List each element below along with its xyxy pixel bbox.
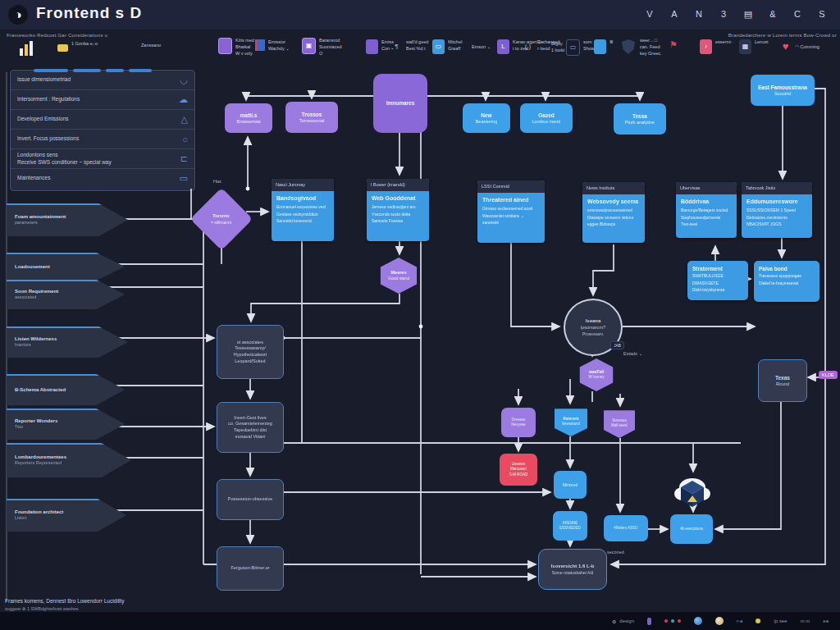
card-line: sanetsini (482, 219, 541, 226)
process-node-3[interactable]: Possession-obsessive (217, 479, 284, 520)
card-header: I Bower (imandd) (367, 179, 429, 191)
node-label: Mall seed (604, 423, 635, 428)
cluster-purple-square[interactable]: Dresses Nevysse (501, 408, 536, 437)
cube-3d-icon[interactable] (673, 474, 712, 510)
cluster-blue-wide-1[interactable]: 4Refers ASSO (604, 515, 648, 541)
card-line: Stephouseedjurtsents (681, 214, 733, 221)
node-label: Newsstand (555, 422, 587, 427)
mini-card-left[interactable]: Stratorment SWATBULUSGE DWASVGETE Diski … (687, 261, 748, 300)
node-label: Some rotatusbahet Ald (552, 570, 594, 576)
node-label: Toronto (211, 213, 231, 220)
mini-card-right[interactable]: Palva bond Travavace spoppoogas Diakel t… (754, 261, 819, 302)
card-title: Eddumusereswore (746, 199, 808, 204)
node-label: W homey (578, 375, 614, 380)
flow-card-3[interactable]: LSSI Commid Threatered ained Gimaso seds… (477, 180, 545, 243)
card-line: Gimaso sedsessemed aceti (482, 205, 541, 212)
process-node-1[interactable]: st associates Tessessasamy/ Hypothetical… (217, 325, 284, 379)
card-line: SWATBULUSGE DWASVGETE (692, 272, 743, 286)
node-label: Tapedoebint dist (234, 427, 267, 434)
card-line: Sanedoti kovecenci (276, 217, 330, 225)
node-label: st associates (237, 340, 263, 346)
flow-node-purple-2[interactable]: Trossos Tomassonial (285, 102, 338, 133)
node-label: Lumbus mend (532, 119, 561, 126)
cluster-blue-wide-2[interactable]: 4b executions (670, 514, 713, 544)
node-label: Hypotheticalwort (234, 352, 267, 358)
node-label: Round (776, 381, 789, 388)
cluster-red-square[interactable]: Lissetes Marcused S-M ROAD (500, 454, 537, 486)
estado-label[interactable]: Estado ⌄ (623, 351, 642, 356)
process-node-2[interactable]: Invert-Gest lives co. Gesamtelementeg Ta… (217, 402, 284, 453)
card-title: Palva bond (759, 265, 815, 272)
flow-node-topright[interactable]: East Famousstrana Scoutrid (751, 75, 815, 106)
node-label: 4b executions (680, 527, 703, 532)
app-window: ◑ Frontend s D V A N 3 ▤ & C S Framework… (0, 0, 840, 630)
node-label: Gazed (538, 112, 555, 119)
card-title: Web Gooddenat (372, 195, 425, 201)
process-node-4[interactable]: Ferguson-Bittner.er (217, 546, 284, 591)
banner-label: B-Schema Abstracted (15, 386, 103, 393)
banner-label: Reporter Wonders (15, 418, 103, 424)
flow-node-purple-1[interactable]: matti.s Browserstat (225, 103, 272, 133)
node-label: Beantering (476, 119, 498, 126)
card-line: Emmanuel excessives vezi (276, 203, 330, 211)
flow-node-bottom[interactable]: Isoversicht 1.6 L-b Some rotatusbahet Al… (538, 549, 607, 590)
cluster-mirror-node[interactable]: Mirrored (554, 471, 587, 499)
flow-card-5[interactable]: Ubervisas Böddrivaa Bamorge/Betagest soc… (676, 182, 737, 238)
card-title: Websovedy seems (587, 199, 641, 204)
card-line: Yseconds socio delta (372, 211, 425, 218)
node-label: Meeres (379, 270, 418, 276)
node-label: New (481, 112, 491, 119)
banner-label: Reporters Represented (15, 460, 110, 467)
card-header: Nasci Jummay (272, 179, 334, 191)
node-label: mosaval Vittani (235, 434, 265, 441)
flow-node-root[interactable]: Imnumares (373, 74, 427, 133)
card-line: NBACISVAT JOGS (746, 221, 808, 228)
node-label: Isoversicht 1.6 L-b (551, 563, 595, 569)
flow-card-6[interactable]: Tabmook Jistio Eddumusereswore SSSUSSION… (742, 182, 812, 238)
banner-label: parameters (15, 220, 107, 226)
card-line: Diakel te-brayessevat (759, 280, 815, 287)
node-label: East Famousstrana (758, 84, 807, 91)
flow-card-1[interactable]: Nasci Jummay Bandsogivaod Emmanuel exces… (272, 179, 334, 241)
card-line: Bamorge/Betagest socied (681, 207, 733, 214)
node-label: Plurb analytine (625, 120, 655, 126)
side-tag[interactable]: KLOE (819, 371, 838, 379)
node-label: 4Refers ASSO (614, 526, 637, 531)
node-label: Texas (775, 374, 790, 381)
node-label: Ferguson-Bittner.er (231, 565, 269, 572)
banner-label: Soon Requirement (15, 288, 103, 294)
flow-node-blue-3[interactable]: Tessa Plurb analytine (614, 103, 666, 135)
flow-card-4[interactable]: News Instituts Websovedy seems ensnovady… (582, 182, 645, 243)
banner-label: Loadousement (15, 263, 103, 270)
node-label: waxFall (578, 369, 614, 375)
flow-node-right[interactable]: Texas Round (758, 359, 807, 402)
flow-node-blue-1[interactable]: New Beantering (463, 103, 510, 133)
card-header: LSSI Commid (477, 180, 545, 193)
cluster-blue-square-2[interactable]: ARENNE ESSIVEDED (553, 511, 587, 541)
card-line: Diski isvyskynesa (692, 286, 743, 294)
node-label: Prosessarv. (565, 331, 621, 337)
node-label: Tomassonial (299, 118, 325, 125)
node-label: Ipsorsarum? (565, 325, 621, 331)
banner-label: Foam amountainment (15, 213, 107, 220)
node-label: Tessa (632, 112, 647, 120)
banner-label: Interiors (15, 342, 107, 349)
card-line: Gestase vedsymiddion (276, 211, 330, 218)
card-line: Jemeso vedinacijani am. (372, 203, 425, 211)
card-header: Ubervisas (676, 182, 737, 194)
node-label: Leopard/Suited (235, 358, 265, 365)
card-title: Stratorment (692, 265, 743, 272)
node-label: = stillmanni (211, 219, 231, 225)
node-label: Tessessasamy/ (235, 345, 266, 352)
flow-card-2[interactable]: I Bower (imandd) Web Gooddenat Jemeso ve… (367, 179, 429, 241)
node-label: matti.s (240, 112, 258, 119)
node-label: Scoutrid (774, 91, 791, 98)
node-label: Iseana (565, 317, 621, 324)
node-label: Mirrored (563, 482, 578, 488)
node-label: Browserstat (236, 119, 260, 126)
decision-label: Has (213, 179, 221, 184)
banner-label: Two (15, 424, 103, 431)
flow-node-blue-2[interactable]: Gazed Lumbus mend (520, 103, 573, 133)
card-header: Tabmook Jistio (742, 182, 812, 194)
card-title: Threatered ained (482, 197, 541, 203)
